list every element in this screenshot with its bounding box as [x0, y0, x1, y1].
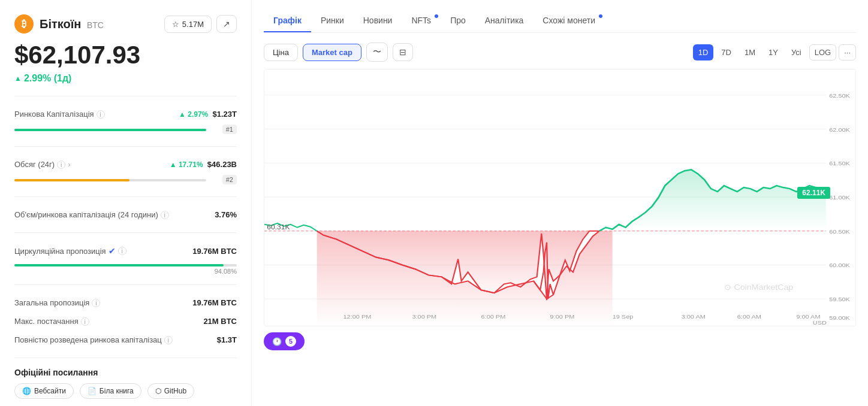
svg-text:60.50K: 60.50K	[829, 228, 850, 234]
svg-text:9:00 AM: 9:00 AM	[796, 313, 820, 319]
svg-text:62.50K: 62.50K	[829, 92, 850, 98]
total-supply-row: Загальна пропозиція i 19.76M BTC	[14, 293, 237, 312]
coin-ticker: BТС	[87, 20, 104, 30]
svg-text:61.00K: 61.00K	[829, 194, 850, 200]
time-1d-button[interactable]: 1D	[693, 44, 714, 60]
divider	[14, 146, 237, 147]
volume-row: Обсяг (24г) i › ▲ 17.71% $46.23B	[14, 155, 237, 174]
price-chart[interactable]: 60.31K 62.50K 62.00K 61.50K 61.00K 60.50…	[264, 69, 856, 326]
market-cap-value: ▲ 2.97% $1.23T	[179, 110, 237, 119]
tab-news[interactable]: Новини	[354, 10, 402, 32]
tab-chart[interactable]: Графік	[264, 10, 311, 32]
divider	[14, 96, 237, 96]
svg-text:59.50K: 59.50K	[829, 296, 850, 302]
tab-nfts[interactable]: NFTs	[402, 10, 441, 32]
volume-info[interactable]: i	[57, 160, 65, 169]
globe-icon: 🌐	[22, 387, 31, 395]
tab-similar[interactable]: Схожі монети	[533, 10, 605, 32]
line-icon: 〜	[373, 47, 381, 56]
circulating-row: Циркуляційна пропозиція ✔ i 19.76M BTC	[14, 241, 237, 260]
chart-controls: Ціна Market cap 〜 ⊟ 1D 7D 1M 1Y Усі LOG …	[264, 43, 856, 62]
line-chart-button[interactable]: 〜	[366, 43, 388, 62]
time-1y-button[interactable]: 1Y	[763, 44, 783, 60]
max-supply-info[interactable]: i	[81, 317, 89, 326]
share-button[interactable]: ↗	[216, 15, 237, 33]
circulating-info[interactable]: i	[118, 247, 126, 255]
max-supply-row: Макс. постачання i 21M BTC	[14, 312, 237, 331]
volume-expand[interactable]: ›	[68, 160, 70, 169]
tab-about[interactable]: Про	[441, 10, 475, 32]
left-panel: ₿ Біткоїн BТС ☆ 5.17M ↗ $62,107.93 2.99%…	[0, 0, 252, 406]
vol-marketcap-info[interactable]: i	[161, 211, 169, 219]
verified-icon: ✔	[108, 246, 116, 256]
links-row: 🌐 Вебсайти 📄 Біла книга ⬡ GitHub	[14, 383, 237, 399]
more-button[interactable]: ···	[839, 44, 856, 60]
coin-price: $62,107.93	[14, 41, 237, 69]
share-icon: ↗	[223, 19, 230, 29]
time-1m-button[interactable]: 1M	[739, 44, 761, 60]
candle-chart-button[interactable]: ⊟	[393, 43, 413, 61]
divider	[14, 284, 237, 285]
circulating-label: Циркуляційна пропозиція ✔ i	[14, 246, 126, 256]
chart-left-controls: Ціна Market cap 〜 ⊟	[264, 43, 413, 62]
log-button[interactable]: LOG	[809, 44, 836, 60]
svg-text:9:00 PM: 9:00 PM	[550, 313, 575, 319]
alert-badge: 5	[285, 336, 296, 347]
svg-text:60.00K: 60.00K	[829, 262, 850, 268]
coin-header: ₿ Біткоїн BТС ☆ 5.17M ↗	[14, 14, 237, 34]
fdmc-label: Повністю розведена ринкова капіталізац i	[14, 335, 173, 344]
candle-icon: ⊟	[399, 47, 406, 57]
max-supply-value: 21M BTC	[203, 317, 237, 326]
svg-text:61.50K: 61.50K	[829, 160, 850, 166]
links-title: Офіційні посилання	[14, 368, 237, 377]
price-change: 2.99% (1д)	[14, 73, 237, 84]
svg-text:6:00 AM: 6:00 AM	[737, 313, 761, 319]
vol-marketcap-label: Об'єм/ринкова капіталізація (24 години) …	[14, 210, 169, 219]
svg-text:59.00K: 59.00K	[829, 314, 850, 320]
svg-text:USD: USD	[813, 319, 827, 325]
whitepaper-button[interactable]: 📄 Біла книга	[80, 383, 141, 399]
document-icon: 📄	[88, 387, 97, 395]
total-supply-value: 19.76M BTC	[192, 298, 237, 307]
links-section: Офіційні посилання 🌐 Вебсайти 📄 Біла кни…	[14, 368, 237, 399]
similar-dot	[599, 14, 602, 18]
volume-value: ▲ 17.71% $46.23B	[170, 160, 237, 169]
market-cap-rank: #1	[222, 125, 237, 134]
volume-label: Обсяг (24г) i ›	[14, 160, 71, 169]
chart-svg: 60.31K 62.50K 62.00K 61.50K 61.00K 60.50…	[264, 69, 855, 326]
svg-text:60.31K: 60.31K	[267, 223, 290, 230]
divider	[14, 357, 237, 358]
divider	[14, 196, 237, 197]
market-cap-row: Ринкова Капіталізація i ▲ 2.97% $1.23T	[14, 105, 237, 123]
watchlist-button[interactable]: ☆ 5.17M	[164, 16, 212, 33]
coin-name: Біткоїн BТС	[40, 17, 104, 31]
market-cap-label: Ринкова Капіталізація i	[14, 110, 105, 119]
time-all-button[interactable]: Усі	[786, 44, 807, 60]
tab-markets[interactable]: Ринки	[311, 10, 354, 32]
volume-rank: #2	[222, 175, 237, 184]
github-icon: ⬡	[155, 387, 161, 395]
price-button[interactable]: Ціна	[264, 44, 298, 61]
tab-analytics[interactable]: Аналітика	[475, 10, 534, 32]
github-button[interactable]: ⬡ GitHub	[147, 383, 194, 399]
total-supply-info[interactable]: i	[92, 299, 100, 307]
total-supply-label: Загальна пропозиція i	[14, 298, 100, 307]
current-price-badge: 62.11K	[797, 187, 830, 199]
vol-marketcap-value: 3.76%	[215, 210, 237, 219]
fdmc-value: $1.3T	[217, 335, 237, 344]
time-7d-button[interactable]: 7D	[716, 44, 737, 60]
circulating-value: 19.76M BTC	[192, 247, 237, 256]
fdmc-info[interactable]: i	[164, 336, 173, 344]
alert-button[interactable]: 🕐 5	[264, 332, 305, 350]
coin-icon: ₿	[14, 14, 34, 34]
website-button[interactable]: 🌐 Вебсайти	[14, 383, 74, 399]
marketcap-button[interactable]: Market cap	[303, 44, 361, 61]
clock-icon: 🕐	[272, 337, 282, 346]
svg-text:12:00 PM: 12:00 PM	[343, 313, 371, 319]
svg-text:62.00K: 62.00K	[829, 126, 850, 132]
bottom-bar: 🕐 5	[264, 332, 856, 350]
circulating-percent: 94.08%	[14, 268, 237, 275]
svg-text:⊙ CoinMarketCap: ⊙ CoinMarketCap	[724, 283, 793, 292]
fdmc-row: Повністю розведена ринкова капіталізац i…	[14, 331, 237, 349]
market-cap-info[interactable]: i	[97, 110, 105, 119]
